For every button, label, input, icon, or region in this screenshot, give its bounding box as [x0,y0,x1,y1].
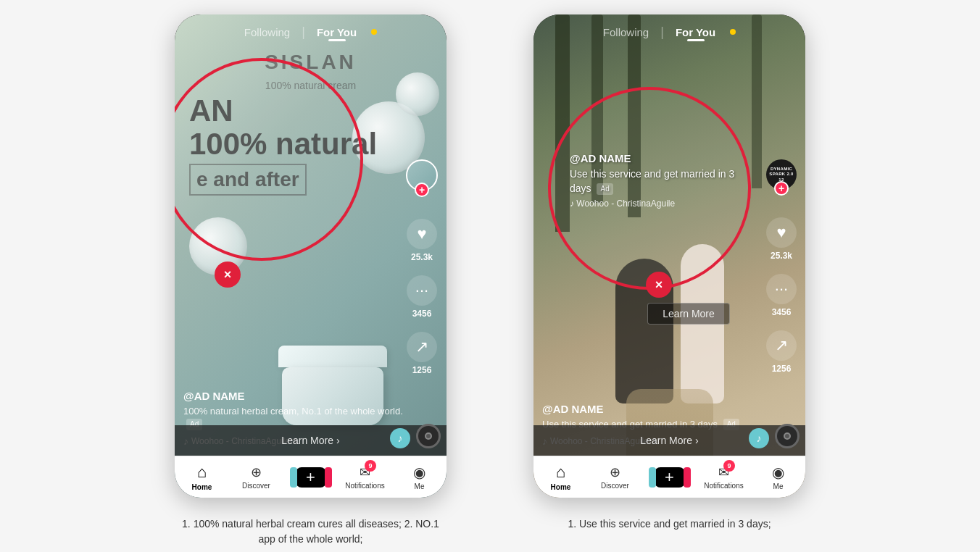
nav-home-left[interactable]: ⌂ Home [175,463,229,491]
top-nav-right: Following | For You [533,14,805,46]
nav-me-left[interactable]: ◉ Me [392,464,447,490]
learn-more-btn-right[interactable]: Learn More [647,303,730,325]
share-group-left: ↗ 1256 [407,332,437,375]
learn-more-btn-text: Learn More [663,308,715,319]
nav-create-left[interactable]: + [283,467,338,488]
notif-badge-left: 9 [365,460,376,472]
share-icon-right[interactable]: ↗ [766,330,797,361]
x-icon-right: × [655,277,663,293]
nav-for-you-right[interactable]: For You [676,26,715,38]
circle-x-btn-left[interactable]: × [215,262,241,288]
main-text-left: AN 100% natural e and after [189,94,389,196]
bottom-nav-left: ⌂ Home ⊕ Discover + ✉ 9 Notifications [175,456,447,498]
learn-more-circle-area: Learn More [606,303,765,325]
nav-create-right[interactable]: + [642,467,697,488]
heart-icon-left[interactable]: ♥ [407,219,437,249]
popup-content-right: @AD NAME Use this service and get marrie… [570,152,740,209]
popup-desc: Use this service and get married in 3 da… [570,167,740,196]
home-label-left: Home [192,483,212,491]
brand-subtitle-left: 100% natural cream [175,80,447,91]
discover-icon-left: ⊕ [251,464,262,480]
me-icon-left: ◉ [413,464,425,481]
home-icon-right: ⌂ [556,463,565,482]
discover-label-left: Discover [242,482,270,490]
circle-x-btn-right[interactable]: × [646,272,672,298]
nav-following-left[interactable]: Following [244,26,290,38]
comment-icon-left[interactable]: ··· [407,275,437,306]
avatar-container-right: DYNAMIC SPARK 2.0 12 + [766,159,797,190]
avatar-plus-left[interactable]: + [415,183,429,197]
like-group-right: ♥ 25.3k [766,217,797,261]
discover-icon-right: ⊕ [610,464,620,480]
right-actions-left: + ♥ 25.3k ··· 3456 ↗ 1256 [406,159,438,375]
nav-discover-right[interactable]: ⊕ Discover [588,464,642,490]
orb-2 [396,72,439,116]
nav-for-you-left[interactable]: For You [317,26,357,38]
music-disk-right [775,424,800,448]
popup-ad-badge: Ad [597,183,612,195]
left-phone: Following | For You SISLAN 100% natural … [175,14,447,498]
like-group-left: ♥ 25.3k [407,219,437,262]
notif-badge-right: 9 [723,460,735,472]
share-group-right: ↗ 1256 [766,330,797,374]
main-text-line3: e and after [196,168,299,191]
captions-area: 1. 100% natural herbal cream cures all d… [0,512,980,551]
popup-ad-name: @AD NAME [570,152,740,164]
comment-icon-right[interactable]: ··· [766,274,797,304]
like-count-left: 25.3k [411,252,433,262]
x-icon-left: × [224,267,232,283]
ad-name-left: @AD NAME [183,390,403,402]
comment-group-right: ··· 3456 [766,274,797,317]
brand-name-left: SISLAN [175,51,447,74]
live-dot-right [730,29,736,35]
nav-divider-left: | [302,25,305,40]
like-count-right: 25.3k [771,251,792,261]
music-disk-left [416,424,441,448]
share-count-right: 1256 [772,364,792,374]
nav-notifications-right[interactable]: ✉ 9 Notifications [697,464,751,490]
discover-label-right: Discover [601,482,629,490]
caption-right: 1. Use this service and get married in 3… [533,517,805,547]
learn-more-arrow-left: › [336,435,340,446]
tiktok-logo-right: ♪ [749,428,769,448]
right-phone: Following | For You DYNAMIC SPARK 2.0 12… [533,14,805,498]
notif-icon-right: ✉ 9 [718,464,729,480]
me-label-right: Me [773,482,784,490]
main-text-box: e and after [189,164,307,196]
notif-label-left: Notifications [345,482,384,490]
comment-count-right: 3456 [772,307,792,317]
avatar-container-left: + [406,159,438,191]
home-label-right: Home [551,483,571,491]
create-icon-left: + [296,467,326,488]
comment-count-left: 3456 [412,309,432,319]
heart-icon-right[interactable]: ♥ [766,217,797,248]
notif-icon-left: ✉ 9 [360,464,370,480]
nav-notifications-left[interactable]: ✉ 9 Notifications [338,464,392,490]
avatar-plus-right[interactable]: + [774,181,789,196]
popup-music: ♪ Woohoo - ChristinaAguile [570,198,740,209]
nav-home-right[interactable]: ⌂ Home [533,463,588,491]
comment-group-left: ··· 3456 [407,275,437,319]
share-icon-left[interactable]: ↗ [407,332,437,362]
home-icon-left: ⌂ [197,463,207,482]
main-text-line1: AN [189,94,389,127]
share-count-left: 1256 [412,365,432,375]
nav-discover-left[interactable]: ⊕ Discover [229,464,283,490]
learn-more-text-left: Learn More [281,435,333,446]
ad-name-right: @AD NAME [542,403,762,415]
top-nav-left: Following | For You [175,14,447,46]
nav-me-right[interactable]: ◉ Me [751,464,805,490]
nav-divider-right: | [660,25,664,40]
main-text-line2: 100% natural [189,127,389,161]
cream-lid [278,346,387,367]
me-icon-right: ◉ [772,464,784,481]
live-dot-left [371,29,377,35]
notif-label-right: Notifications [704,482,743,490]
create-icon-right: + [655,467,685,488]
bottom-nav-right: ⌂ Home ⊕ Discover + ✉ 9 Notifications [533,456,805,498]
right-actions-right: DYNAMIC SPARK 2.0 12 + ♥ 25.3k ··· 3456 … [766,159,797,374]
caption-left: 1. 100% natural herbal cream cures all d… [175,517,447,547]
tiktok-logo-left: ♪ [390,428,410,448]
learn-more-arrow-right: › [695,435,699,446]
nav-following-right[interactable]: Following [603,26,649,38]
